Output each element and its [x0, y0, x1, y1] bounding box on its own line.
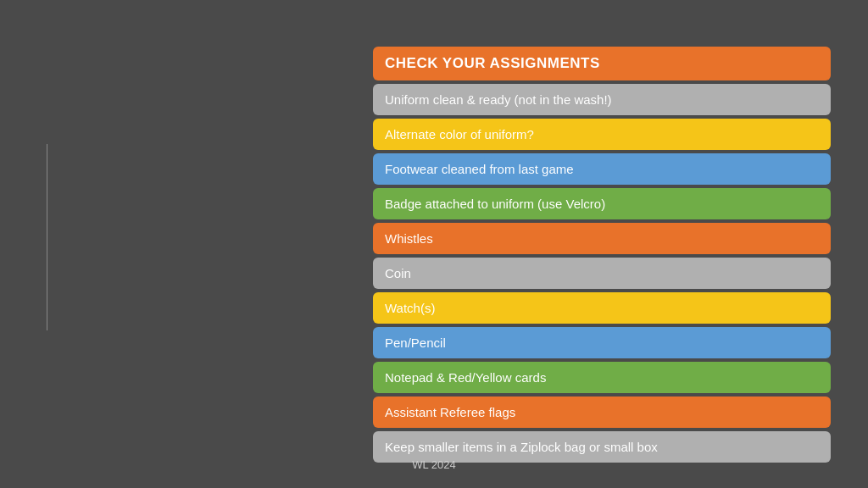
checklist-item-whistles: Whistles: [373, 223, 831, 254]
checklist-item-notepad: Notepad & Red/Yellow cards: [373, 362, 831, 393]
checklist-container: CHECK YOUR ASSIGNMENTSUniform clean & re…: [373, 47, 831, 463]
footer-text: WL 2024: [412, 458, 456, 471]
checklist-item-footwear: Footwear cleaned from last game: [373, 153, 831, 185]
checklist-item-pen-pencil: Pen/Pencil: [373, 327, 831, 358]
checklist-item-uniform-clean: Uniform clean & ready (not in the wash!): [373, 84, 831, 115]
checklist-item-title: CHECK YOUR ASSIGNMENTS: [373, 47, 831, 80]
checklist-item-watch: Watch(s): [373, 292, 831, 324]
checklist-item-badge: Badge attached to uniform (use Velcro): [373, 188, 831, 219]
checklist-item-ar-flags: Assistant Referee flags: [373, 396, 831, 428]
decorative-line: [47, 144, 47, 330]
checklist-item-coin: Coin: [373, 258, 831, 289]
checklist-item-alternate-color: Alternate color of uniform?: [373, 119, 831, 150]
